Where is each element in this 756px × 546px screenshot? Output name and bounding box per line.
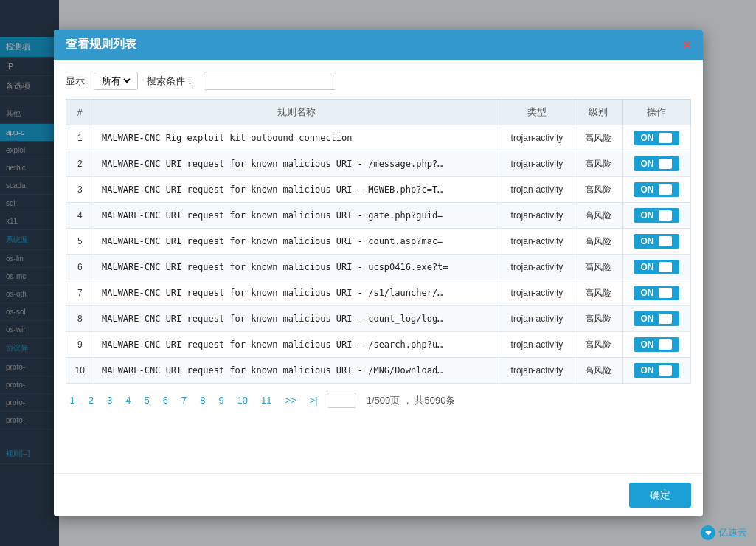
col-number: # (66, 100, 94, 125)
cell-level: 高风险 (575, 332, 622, 358)
cell-level: 高风险 (575, 203, 622, 229)
cell-level: 高风险 (575, 229, 622, 255)
cell-rule-name: MALWARE-CNC URI request for known malici… (94, 332, 499, 358)
cell-level: 高风险 (575, 280, 622, 306)
table-row: 7MALWARE-CNC URI request for known malic… (66, 280, 690, 306)
cell-action: ON (622, 332, 690, 358)
cell-rule-name: MALWARE-CNC URI request for known malici… (94, 151, 499, 177)
page-7[interactable]: 7 (177, 393, 191, 407)
page-jump-input[interactable] (327, 393, 356, 408)
page-5[interactable]: 5 (139, 393, 153, 407)
cell-rule-name: MALWARE-CNC URI request for known malici… (94, 358, 499, 384)
brand-name: 亿速云 (718, 526, 747, 539)
page-2[interactable]: 2 (84, 393, 98, 407)
page-4[interactable]: 4 (121, 393, 135, 407)
cell-action: ON (622, 125, 690, 151)
close-button[interactable]: × (683, 38, 691, 52)
cell-action: ON (622, 358, 690, 384)
rules-table: # 规则名称 类型 级别 操作 1MALWARE-CNC Rig exploit… (66, 99, 691, 384)
cell-number: 6 (66, 255, 94, 280)
search-label: 搜索条件： (147, 75, 195, 88)
cell-type: trojan-activity (499, 125, 575, 151)
cell-type: trojan-activity (499, 280, 575, 306)
cell-number: 8 (66, 306, 94, 332)
brand-icon-text: ❤ (705, 529, 711, 537)
table-header-row: # 规则名称 类型 级别 操作 (66, 100, 690, 125)
filter-select-container[interactable]: 所有 启用 禁用 (94, 72, 138, 90)
cell-rule-name: MALWARE-CNC Rig exploit kit outbound con… (94, 125, 499, 151)
pagination: 1 2 3 4 5 6 7 8 9 10 11 >> >| 1/509页 ， 共… (66, 393, 691, 408)
filter-bar: 显示 所有 启用 禁用 搜索条件： (66, 72, 691, 90)
on-toggle-button[interactable]: ON (634, 131, 679, 145)
page-9[interactable]: 9 (214, 393, 228, 407)
cell-rule-name: MALWARE-CNC URI request for known malici… (94, 229, 499, 255)
cell-type: trojan-activity (499, 332, 575, 358)
cell-action: ON (622, 177, 690, 203)
modal-title: 查看规则列表 (66, 37, 136, 52)
brand: ❤ 亿速云 (701, 525, 747, 540)
table-body: 1MALWARE-CNC Rig exploit kit outbound co… (66, 125, 690, 384)
table-row: 1MALWARE-CNC Rig exploit kit outbound co… (66, 125, 690, 151)
modal-footer: 确定 (54, 473, 703, 516)
cell-action: ON (622, 280, 690, 306)
cell-level: 高风险 (575, 306, 622, 332)
modal-header: 查看规则列表 × (54, 30, 703, 60)
on-toggle-button[interactable]: ON (634, 234, 679, 249)
cell-rule-name: MALWARE-CNC URI request for known malici… (94, 203, 499, 229)
page-3[interactable]: 3 (103, 393, 117, 407)
cell-number: 1 (66, 125, 94, 151)
search-input[interactable] (204, 72, 336, 90)
cell-rule-name: MALWARE-CNC URI request for known malici… (94, 280, 499, 306)
cell-rule-name: MALWARE-CNC URI request for known malici… (94, 177, 499, 203)
table-row: 5MALWARE-CNC URI request for known malic… (66, 229, 690, 255)
cell-number: 2 (66, 151, 94, 177)
cell-type: trojan-activity (499, 203, 575, 229)
cell-number: 3 (66, 177, 94, 203)
cell-action: ON (622, 229, 690, 255)
cell-level: 高风险 (575, 151, 622, 177)
cell-action: ON (622, 203, 690, 229)
cell-number: 5 (66, 229, 94, 255)
cell-action: ON (622, 151, 690, 177)
on-toggle-button[interactable]: ON (634, 363, 679, 378)
cell-level: 高风险 (575, 255, 622, 280)
cell-type: trojan-activity (499, 255, 575, 280)
col-type: 类型 (499, 100, 575, 125)
modal-body: 显示 所有 启用 禁用 搜索条件： # 规则名称 类型 (54, 60, 703, 473)
on-toggle-button[interactable]: ON (634, 182, 679, 197)
cell-type: trojan-activity (499, 306, 575, 332)
page-next[interactable]: >> (281, 393, 301, 407)
page-info: 1/509页 ， 共5090条 (367, 394, 456, 407)
page-6[interactable]: 6 (159, 393, 173, 407)
on-toggle-button[interactable]: ON (634, 208, 679, 223)
on-toggle-button[interactable]: ON (634, 260, 679, 274)
confirm-button[interactable]: 确定 (629, 483, 691, 508)
cell-type: trojan-activity (499, 358, 575, 384)
cell-number: 7 (66, 280, 94, 306)
on-toggle-button[interactable]: ON (634, 156, 679, 171)
cell-level: 高风险 (575, 177, 622, 203)
page-10[interactable]: 10 (233, 393, 252, 407)
cell-rule-name: MALWARE-CNC URI request for known malici… (94, 306, 499, 332)
cell-number: 9 (66, 332, 94, 358)
page-last[interactable]: >| (305, 393, 322, 407)
table-row: 6MALWARE-CNC URI request for known malic… (66, 255, 690, 280)
page-8[interactable]: 8 (195, 393, 209, 407)
on-toggle-button[interactable]: ON (634, 286, 679, 300)
on-toggle-button[interactable]: ON (634, 311, 679, 326)
cell-type: trojan-activity (499, 177, 575, 203)
page-1[interactable]: 1 (66, 393, 80, 407)
table-row: 4MALWARE-CNC URI request for known malic… (66, 203, 690, 229)
page-11[interactable]: 11 (257, 393, 276, 407)
cell-level: 高风险 (575, 358, 622, 384)
cell-action: ON (622, 306, 690, 332)
cell-number: 4 (66, 203, 94, 229)
col-level: 级别 (575, 100, 622, 125)
cell-level: 高风险 (575, 125, 622, 151)
filter-select[interactable]: 所有 启用 禁用 (99, 75, 133, 87)
col-action: 操作 (622, 100, 690, 125)
cell-rule-name: MALWARE-CNC URI request for known malici… (94, 255, 499, 280)
display-label: 显示 (66, 75, 85, 88)
table-row: 9MALWARE-CNC URI request for known malic… (66, 332, 690, 358)
on-toggle-button[interactable]: ON (634, 337, 679, 352)
